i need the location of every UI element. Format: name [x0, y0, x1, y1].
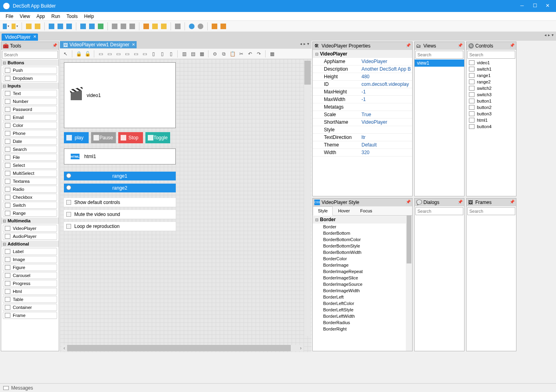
tb-debug-icon-1[interactable]: [211, 23, 218, 30]
tool-item[interactable]: Table: [3, 296, 57, 303]
style-tab-style[interactable]: Style: [313, 206, 333, 216]
property-value[interactable]: VideoPlayer: [360, 119, 412, 126]
designer-tabs-prev-icon[interactable]: ◂: [300, 42, 302, 46]
tool-item[interactable]: Number: [3, 98, 57, 105]
dt-grid-icon[interactable]: ▦: [269, 51, 275, 57]
property-value[interactable]: [360, 103, 412, 111]
frames-pin-icon[interactable]: 📌: [510, 200, 514, 204]
property-row[interactable]: AppNameVideoPlayer: [313, 58, 412, 65]
controls-item[interactable]: button1: [467, 98, 516, 104]
tool-category[interactable]: Multimedia: [1, 218, 59, 224]
dt-copy-icon[interactable]: ⧉: [220, 51, 227, 57]
property-value[interactable]: Another DecSoft App B: [360, 65, 412, 73]
properties-pin-icon[interactable]: 📌: [406, 43, 411, 48]
properties-group[interactable]: VideoPlayer: [313, 50, 412, 58]
tool-item[interactable]: Date: [3, 138, 57, 145]
style-row[interactable]: BorderImageSlice: [313, 275, 412, 281]
dt-lock-icon[interactable]: 🔒: [75, 51, 82, 57]
dt-align-2[interactable]: ▭: [106, 51, 113, 57]
menu-view[interactable]: View: [16, 13, 33, 20]
tool-item[interactable]: Radio: [3, 186, 57, 193]
control-switch2[interactable]: Mute the video sound: [64, 210, 176, 219]
tb-icon-6[interactable]: [111, 23, 118, 30]
controls-item[interactable]: html1: [467, 117, 516, 123]
menu-help[interactable]: Help: [81, 13, 97, 20]
designer-tab[interactable]: 🖼 VideoPlayer view1 Designer ✕: [60, 41, 137, 48]
dt-dist-3[interactable]: ▦: [199, 51, 205, 57]
style-row[interactable]: BorderImageRepeat: [313, 268, 412, 275]
tool-item[interactable]: Phone: [3, 130, 57, 137]
style-tab-focus[interactable]: Focus: [355, 206, 377, 215]
designer-tab-close-icon[interactable]: ✕: [132, 42, 135, 47]
dt-align-5[interactable]: ▭: [133, 51, 139, 57]
style-pin-icon[interactable]: 📌: [406, 200, 411, 204]
doc-tab-close-icon[interactable]: ✕: [33, 34, 36, 39]
frames-search[interactable]: [467, 207, 515, 215]
doc-tabs-next-icon[interactable]: ▸: [548, 33, 550, 37]
tool-item[interactable]: Switch: [3, 202, 57, 209]
property-row[interactable]: MaxWidth-1: [313, 96, 412, 103]
control-range1[interactable]: range1: [64, 172, 176, 180]
doc-tabs-menu-icon[interactable]: ▾: [552, 33, 554, 37]
tool-item[interactable]: Image: [3, 256, 57, 263]
property-row[interactable]: IDcom.decsoft.videoplay: [313, 81, 412, 88]
tool-item[interactable]: Push: [3, 67, 57, 74]
control-switch1[interactable]: Show default controls: [64, 198, 176, 207]
style-scrollbar[interactable]: [406, 216, 412, 351]
controls-item[interactable]: button2: [467, 104, 516, 111]
tool-item[interactable]: Password: [3, 106, 57, 113]
property-value[interactable]: 480: [360, 73, 412, 80]
control-range2[interactable]: range2: [64, 184, 176, 192]
menu-file[interactable]: File: [2, 13, 16, 20]
property-value[interactable]: -1: [360, 88, 412, 95]
style-row[interactable]: BorderImageSource: [313, 281, 412, 287]
control-html1[interactable]: HTML html1: [64, 148, 176, 164]
property-value[interactable]: com.decsoft.videoplay: [360, 81, 412, 88]
controls-search-input[interactable]: [468, 51, 515, 58]
style-row[interactable]: BorderLeftColor: [313, 300, 412, 307]
dt-align-6[interactable]: ▭: [141, 51, 148, 57]
tb-save-icon[interactable]: [48, 23, 55, 30]
tool-item[interactable]: AudioPlayer: [3, 233, 57, 240]
dt-pointer-icon[interactable]: ↖: [62, 51, 69, 57]
dt-align-8[interactable]: ▯: [159, 51, 165, 57]
tool-item[interactable]: VideoPlayer: [3, 225, 57, 232]
dt-align-4[interactable]: ▭: [124, 51, 130, 57]
tb-icon-7[interactable]: [120, 23, 127, 30]
property-row[interactable]: DescriptionAnother DecSoft App B: [313, 65, 412, 73]
dt-align-1[interactable]: ▭: [97, 51, 104, 57]
tool-item[interactable]: Progress: [3, 280, 57, 287]
views-search-input[interactable]: [416, 51, 463, 58]
tool-item[interactable]: Html: [3, 288, 57, 295]
dt-paste-icon[interactable]: 📋: [229, 51, 236, 57]
style-row[interactable]: BorderLeftStyle: [313, 307, 412, 313]
control-button-pause[interactable]: Pause: [91, 132, 116, 143]
property-row[interactable]: ShortNameVideoPlayer: [313, 119, 412, 126]
tb-run-icon[interactable]: [188, 23, 195, 30]
canvas-scrollbar-h[interactable]: ‹ ›: [62, 345, 304, 351]
tool-category[interactable]: Additional: [1, 241, 59, 247]
tool-item[interactable]: Container: [3, 304, 57, 311]
tb-debug-icon-2[interactable]: [220, 23, 227, 30]
designer-tabs-next-icon[interactable]: ▸: [304, 42, 306, 46]
style-group[interactable]: Border: [313, 216, 412, 224]
tb-icon-3[interactable]: [79, 23, 87, 30]
dialogs-pin-icon[interactable]: 📌: [458, 200, 463, 204]
controls-item[interactable]: range2: [467, 79, 516, 85]
control-switch3[interactable]: Loop de reproduction: [64, 222, 176, 231]
tb-stop-icon[interactable]: [197, 23, 204, 30]
control-button-toggle[interactable]: Toggle: [145, 132, 170, 143]
tb-icon-8[interactable]: [129, 23, 136, 30]
maximize-button[interactable]: ☐: [532, 3, 538, 9]
controls-item[interactable]: video1: [467, 59, 516, 66]
property-row[interactable]: TextDirectionltr: [313, 134, 412, 141]
canvas-scrollbar-v[interactable]: [304, 61, 311, 336]
tool-item[interactable]: Search: [3, 146, 57, 153]
style-row[interactable]: BorderBottomColor: [313, 236, 412, 243]
menu-run[interactable]: Run: [48, 13, 64, 20]
controls-search[interactable]: [467, 51, 515, 59]
tb-new-dropdown[interactable]: [2, 23, 10, 30]
tool-item[interactable]: MultiSelect: [3, 170, 57, 177]
views-pin-icon[interactable]: 📌: [458, 43, 463, 48]
status-messages[interactable]: Messages: [11, 385, 33, 391]
